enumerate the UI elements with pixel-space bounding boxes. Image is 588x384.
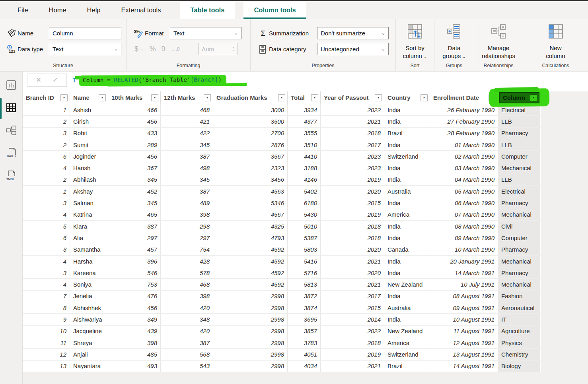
column-header-enrollment-date[interactable]: Enrollment Date▾ [430, 91, 498, 104]
table-cell[interactable]: 2998 [213, 291, 288, 302]
table-cell[interactable]: 12 [23, 349, 70, 360]
table-cell[interactable]: India [384, 232, 430, 243]
sort-by-column-button[interactable]: Sort by column ⌄ [396, 23, 434, 61]
column-filter-button[interactable]: ▾ [60, 94, 68, 101]
table-cell[interactable]: 485 [108, 349, 161, 360]
table-cell[interactable]: Harsha [70, 256, 108, 267]
table-cell[interactable]: 3555 [288, 128, 321, 139]
table-cell[interactable]: 4051 [288, 349, 321, 360]
sidebar-item-dax-query-view[interactable]: DAX [0, 145, 23, 163]
highlighted-formula[interactable]: Column = RELATED('Branch Table'[Branch]) [80, 75, 226, 85]
table-cell[interactable]: Akshay [70, 186, 108, 197]
table-cell[interactable]: IT [498, 314, 540, 325]
table-cell[interactable]: 20 January 1991 [430, 256, 498, 267]
manage-relationships-button[interactable]: Manage relationships [474, 23, 523, 60]
table-cell[interactable]: America [384, 337, 430, 348]
table-cell[interactable]: 2019 [321, 349, 384, 360]
table-cell[interactable]: 2020 [321, 186, 384, 197]
table-cell[interactable]: 2022 [321, 326, 384, 337]
table-cell[interactable]: LLB [498, 139, 540, 150]
table-cell[interactable]: 11 August 1991 [430, 326, 498, 337]
table-cell[interactable]: 289 [108, 139, 161, 150]
table-cell[interactable]: 4 [23, 279, 70, 290]
table-cell[interactable]: 2876 [213, 139, 288, 150]
table-cell[interactable]: 543 [161, 361, 213, 372]
table-cell[interactable]: 456 [108, 116, 161, 127]
table-cell[interactable]: 07 March 1990 [430, 209, 498, 220]
table-cell[interactable]: 10 [23, 326, 70, 337]
table-cell[interactable]: 3695 [288, 314, 321, 325]
table-cell[interactable]: LLB [498, 174, 540, 185]
table-cell[interactable]: 387 [108, 221, 161, 232]
table-cell[interactable]: 398 [161, 209, 213, 220]
table-cell[interactable]: Agriculture [498, 326, 540, 337]
table-cell[interactable]: 498 [161, 162, 213, 173]
table-cell[interactable]: 2020 [321, 244, 384, 255]
table-cell[interactable]: 466 [108, 104, 161, 115]
table-cell[interactable]: Mechanical [498, 256, 540, 267]
table-cell[interactable]: India [384, 104, 430, 115]
table-cell[interactable]: 08 August 1991 [430, 291, 498, 302]
column-header-10th-marks[interactable]: 10th Marks▾ [108, 91, 161, 104]
table-cell[interactable]: 420 [161, 302, 213, 313]
table-cell[interactable]: 396 [108, 256, 161, 267]
table-cell[interactable]: New Zealand [384, 326, 430, 337]
table-cell[interactable]: 387 [161, 151, 213, 162]
table-cell[interactable]: 2021 [321, 116, 384, 127]
table-cell[interactable]: India [384, 314, 430, 325]
table-cell[interactable]: 27 February 1990 [430, 116, 498, 127]
table-cell[interactable]: 546 [108, 267, 161, 278]
table-cell[interactable]: 5716 [288, 267, 321, 278]
table-cell[interactable]: 4592 [213, 256, 288, 267]
table-cell[interactable]: 4 [23, 256, 70, 267]
table-cell[interactable]: 476 [108, 291, 161, 302]
table-cell[interactable]: Katrina [70, 209, 108, 220]
table-cell[interactable]: 6 [23, 151, 70, 162]
table-cell[interactable]: 12 August 1991 [430, 337, 498, 348]
table-cell[interactable]: 4034 [288, 361, 321, 372]
table-cell[interactable]: 2021 [321, 361, 384, 372]
table-cell[interactable]: 493 [108, 361, 161, 372]
table-cell[interactable]: 06 March 1990 [430, 197, 498, 208]
table-cell[interactable]: Pharmacy [498, 197, 540, 208]
summarization-dropdown[interactable]: Don't summarize ⌄ [317, 27, 389, 39]
table-cell[interactable]: 754 [161, 244, 213, 255]
table-cell[interactable]: 3857 [288, 326, 321, 337]
column-header-total[interactable]: Total▾ [288, 91, 321, 104]
table-cell[interactable]: 2 [23, 116, 70, 127]
table-cell[interactable]: 2323 [213, 162, 288, 173]
table-cell[interactable]: 2018 [321, 221, 384, 232]
table-cell[interactable]: 4563 [213, 186, 288, 197]
table-cell[interactable]: 3510 [288, 139, 321, 150]
new-column-button[interactable]: New column [523, 23, 588, 60]
table-cell[interactable]: 420 [161, 326, 213, 337]
table-cell[interactable]: 2023 [321, 162, 384, 173]
table-cell[interactable]: Pharmacy [498, 128, 540, 139]
table-cell[interactable]: 452 [108, 186, 161, 197]
table-cell[interactable]: 26 February 1990 [430, 104, 498, 115]
table-cell[interactable]: 2018 [321, 337, 384, 348]
thousands-separator-button[interactable]: 9 [161, 45, 165, 53]
table-cell[interactable]: India [384, 139, 430, 150]
table-cell[interactable]: 2 [23, 139, 70, 150]
data-type-dropdown[interactable]: Text ⌄ [49, 43, 121, 55]
table-cell[interactable]: 398 [161, 291, 213, 302]
table-cell[interactable]: 3567 [213, 151, 288, 162]
tab-external-tools[interactable]: External tools [111, 1, 171, 19]
table-cell[interactable]: LLB [498, 116, 540, 127]
table-cell[interactable]: Kiara [70, 221, 108, 232]
table-cell[interactable]: Electrical [498, 186, 540, 197]
column-filter-button[interactable]: ▾ [278, 94, 285, 101]
table-cell[interactable]: 6 [23, 232, 70, 243]
table-cell[interactable]: 456 [108, 302, 161, 313]
tab-table-tools[interactable]: Table tools [180, 1, 235, 19]
table-cell[interactable]: 10 March 1990 [430, 244, 498, 255]
spinner-arrows-icon[interactable]: ˄˅ [233, 47, 234, 52]
column-filter-button[interactable]: ▾ [151, 94, 158, 101]
table-cell[interactable]: Computer [498, 232, 540, 243]
tab-file[interactable]: File [7, 1, 39, 19]
table-cell[interactable]: Alia [70, 232, 108, 243]
table-cell[interactable]: Computer [498, 151, 540, 162]
column-header-graduation-marks[interactable]: Graduation Marks▾ [213, 91, 288, 104]
data-category-dropdown[interactable]: Uncategorized ⌄ [317, 43, 389, 55]
